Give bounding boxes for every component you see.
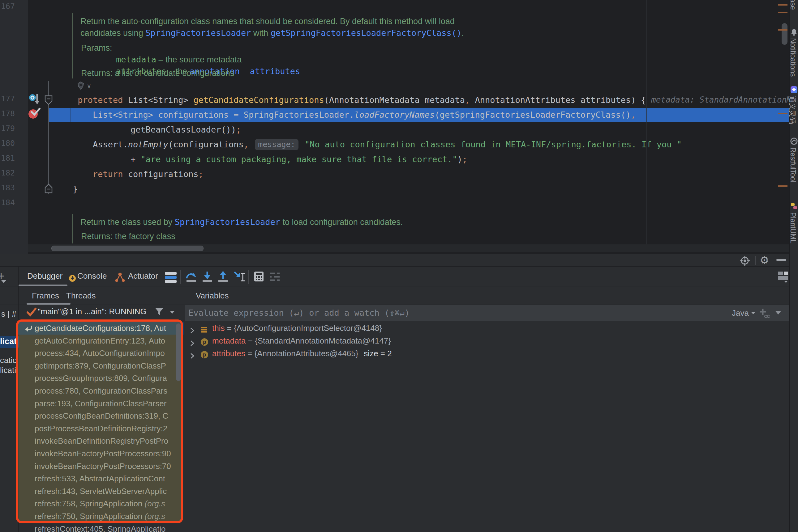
watches-dropdown-caret[interactable] xyxy=(776,311,781,315)
filter-funnel-icon[interactable] xyxy=(155,307,164,318)
frames-scrollbar-thumb[interactable] xyxy=(176,323,181,381)
step-out-icon[interactable] xyxy=(217,271,229,284)
horizontal-scrollbar-thumb[interactable] xyxy=(51,246,203,251)
thread-status[interactable]: "main"@1 in ...ain": RUNNING xyxy=(38,307,147,316)
add-watch-icon[interactable] xyxy=(759,308,769,320)
tab-frames[interactable]: Frames xyxy=(32,291,59,301)
code-line[interactable]: List<String> configurations = SpringFact… xyxy=(73,108,636,122)
frame-label: refreshContext:405, SpringApplicatio xyxy=(35,523,165,532)
variable-row[interactable]: pattributes = {AnnotationAttributes@4465… xyxy=(185,347,788,360)
line-number: 184 xyxy=(0,195,15,209)
code-segment: . xyxy=(461,28,464,38)
fold-start-marker[interactable] xyxy=(44,95,53,106)
evaluate-expression-bar[interactable]: Evaluate expression (↵) or add a watch (… xyxy=(185,305,789,321)
code-segment: + xyxy=(130,154,141,164)
line-number: 167 xyxy=(0,0,15,13)
code-segment: List<String> configurations = SpringFact… xyxy=(93,110,354,119)
fold-end-marker[interactable] xyxy=(44,184,53,195)
right-margin-guide xyxy=(647,0,647,252)
run-to-cursor-icon[interactable] xyxy=(234,271,247,284)
code-line[interactable]: protected List<String> getCandidateConfi… xyxy=(73,93,646,107)
code-segment: Return the class used by xyxy=(80,217,175,227)
tab-console[interactable]: Console xyxy=(77,271,107,281)
thread-dropdown-caret[interactable] xyxy=(170,311,175,314)
code-line[interactable]: getBeanClassLoader()); xyxy=(73,122,241,136)
debug-tool-window: ⚙ + Debugger Console Actuator xyxy=(0,254,789,532)
chevron-down-icon[interactable] xyxy=(1,280,6,283)
minimize-icon[interactable] xyxy=(776,259,786,261)
tab-actuator[interactable]: Actuator xyxy=(128,271,158,281)
doc-block-bar xyxy=(72,13,73,78)
code-segment: , xyxy=(631,110,636,119)
code-segment: Returns: xyxy=(81,232,113,241)
stripe-item-database-partial[interactable]: base xyxy=(789,0,797,10)
language-selector[interactable]: Java xyxy=(732,305,749,321)
plantuml-icon[interactable] xyxy=(790,202,798,210)
code-segment: Assert. xyxy=(93,140,128,149)
error-stripe-mark[interactable] xyxy=(778,4,787,5)
chevron-down-icon[interactable]: ∨ xyxy=(87,82,91,89)
right-tool-stripe xyxy=(789,0,798,532)
error-stripe-mark[interactable] xyxy=(778,185,787,187)
code-segment: AnnotationAttributes attributes) { xyxy=(470,95,646,105)
stripe-item-notifications[interactable]: Notifications xyxy=(789,38,797,77)
vertical-scrollbar-thumb[interactable] xyxy=(782,23,787,45)
doc-comment-line: candidates using SpringFactoriesLoader w… xyxy=(80,28,464,38)
language-selector-caret[interactable] xyxy=(751,312,755,314)
variable-text: attributes = {AnnotationAttributes@4465}… xyxy=(212,347,392,360)
debug-header-row xyxy=(0,254,789,267)
gear-icon[interactable]: ⚙ xyxy=(760,254,769,266)
stack-frame-row[interactable]: refreshContext:405, SpringApplicatio xyxy=(18,523,184,532)
code-line[interactable]: } xyxy=(73,182,78,196)
toolbar-separator xyxy=(180,270,181,284)
error-stripe-mark[interactable] xyxy=(778,29,787,31)
doc-render-toggle[interactable]: ∨ xyxy=(76,81,91,91)
breakpoint-icon[interactable] xyxy=(28,108,41,120)
code-segment: SpringFactoriesLoader xyxy=(175,217,280,227)
code-line[interactable]: Assert.notEmpty(configurations, message:… xyxy=(73,137,682,151)
cutoff-fragment: s | # xyxy=(1,309,16,319)
code-editor[interactable]: 167177178179180181182183184 Return the a… xyxy=(0,0,789,254)
step-into-icon[interactable] xyxy=(202,271,213,284)
error-stripe-mark[interactable] xyxy=(778,12,787,13)
tab-debugger[interactable]: Debugger xyxy=(27,271,62,281)
stripe-item-restfultool[interactable]: RestfulTool xyxy=(789,147,797,183)
code-segment: return xyxy=(93,169,123,179)
code-segment: Returns: xyxy=(81,69,113,78)
code-segment: protected xyxy=(78,95,128,105)
step-over-icon[interactable] xyxy=(186,271,197,284)
code-line[interactable]: + "are using a custom packaging, make su… xyxy=(73,152,467,166)
error-stripe-mark[interactable] xyxy=(778,113,787,114)
doc-comment-line: Params: xyxy=(81,43,112,53)
stripe-item-plantuml[interactable]: PlantUML xyxy=(789,212,797,244)
tab-threads[interactable]: Threads xyxy=(66,291,95,301)
variable-row[interactable]: pmetadata = {StandardAnnotationMetadata@… xyxy=(185,335,788,347)
code-segment: notEmpty xyxy=(128,140,168,149)
target-icon[interactable] xyxy=(740,256,750,267)
code-segment: candidates using xyxy=(80,28,145,38)
restful-icon[interactable] xyxy=(790,137,798,145)
code-segment: (configurations xyxy=(168,140,244,149)
variable-row[interactable]: this = {AutoConfigurationImportSelector@… xyxy=(185,322,788,335)
doc-block-bar xyxy=(72,214,73,244)
code-segment: – the source metadata xyxy=(156,55,241,64)
chevron-right-icon[interactable] xyxy=(190,350,195,363)
layers-icon[interactable] xyxy=(165,272,177,283)
code-segment: ) xyxy=(457,154,463,164)
line-number: 178 xyxy=(0,107,15,120)
variables-header: Variables xyxy=(196,291,229,301)
annotation-highlight-rectangle xyxy=(16,320,183,524)
execution-point-icon[interactable] xyxy=(29,93,40,107)
layout-settings-icon[interactable] xyxy=(778,271,788,283)
bell-icon[interactable] xyxy=(790,28,798,36)
stripe-item-lingma[interactable]: 通义灵码 xyxy=(787,96,797,124)
lingma-icon[interactable] xyxy=(790,86,798,93)
cutoff-fragment: licati xyxy=(0,365,16,375)
settings-sliders-icon[interactable] xyxy=(269,271,280,283)
parameter-icon: p xyxy=(200,350,208,362)
evaluate-placeholder: Evaluate expression (↵) or add a watch (… xyxy=(188,305,410,321)
code-line[interactable]: return configurations; xyxy=(73,167,203,181)
evaluate-calculator-icon[interactable] xyxy=(254,271,265,284)
console-icon xyxy=(69,274,76,283)
tab-frames-underline xyxy=(26,303,71,305)
